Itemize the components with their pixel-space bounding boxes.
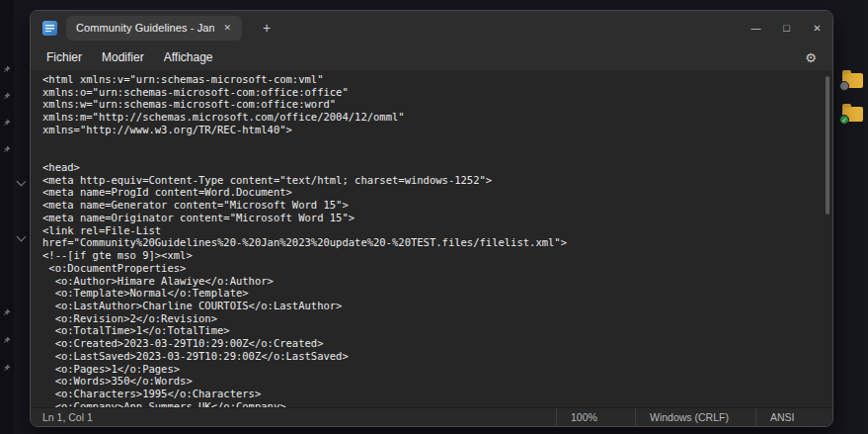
gear-icon[interactable]: ⚙ [805, 50, 817, 65]
pin-icon [3, 113, 11, 130]
window-controls: — □ ✕ [741, 11, 832, 44]
chevron-down-icon[interactable] [17, 232, 27, 242]
document-tab[interactable]: Community Guidelines - Jan 23 up ✕ [66, 16, 242, 41]
menu-bar: Fichier Modifier Affichage ⚙ [31, 44, 832, 70]
pin-icon [3, 358, 11, 376]
chevron-down-icon[interactable] [17, 177, 27, 187]
line-ending: Windows (CRLF) [635, 408, 755, 426]
title-bar[interactable]: Community Guidelines - Jan 23 up ✕ + — □… [31, 11, 832, 44]
editor-area[interactable]: <html xmlns:v="urn:schemas-microsoft-com… [31, 70, 832, 407]
desktop-folder-icon-syncing[interactable] [842, 69, 863, 87]
check-badge-icon: ✓ [839, 115, 849, 125]
pin-icon [3, 59, 11, 77]
pin-icon [3, 139, 11, 157]
maximize-button[interactable]: □ [771, 11, 802, 44]
notepad-window: Community Guidelines - Jan 23 up ✕ + — □… [30, 10, 833, 427]
pin-icon [3, 303, 11, 320]
pin-icon [3, 330, 11, 348]
status-bar: Ln 1, Col 1 100% Windows (CRLF) ANSI [31, 407, 832, 426]
scrollbar-thumb[interactable] [826, 76, 829, 215]
close-button[interactable]: ✕ [802, 11, 832, 44]
notepad-app-icon [42, 21, 57, 36]
encoding: ANSI [755, 408, 832, 426]
editor-content[interactable]: <html xmlns:v="urn:schemas-microsoft-com… [31, 70, 832, 407]
new-tab-button[interactable]: + [257, 20, 276, 36]
minimize-button[interactable]: — [741, 11, 771, 44]
tab-close-icon[interactable]: ✕ [220, 21, 234, 35]
sync-badge-icon [839, 81, 849, 91]
desktop-folder-icon-synced[interactable]: ✓ [842, 103, 863, 121]
zoom-level: 100% [556, 408, 635, 426]
left-dock-strip [0, 0, 14, 434]
desktop: { "desktop": { "side_icons": [ { "icon":… [0, 0, 868, 434]
menu-file[interactable]: Fichier [37, 46, 92, 68]
vertical-scrollbar[interactable] [821, 70, 832, 407]
pin-icon [3, 86, 11, 104]
menu-view[interactable]: Affichage [154, 46, 223, 68]
cursor-position: Ln 1, Col 1 [31, 411, 93, 423]
tab-title: Community Guidelines - Jan 23 up [76, 22, 214, 34]
menu-edit[interactable]: Modifier [92, 46, 154, 68]
